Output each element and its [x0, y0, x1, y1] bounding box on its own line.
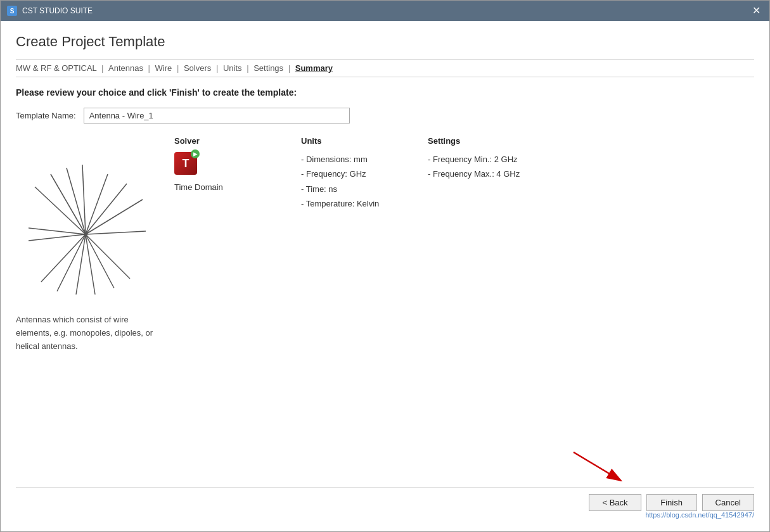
- main-content: Antennas which consist of wire elements,…: [16, 136, 754, 353]
- button-row: < Back Finish Cancel: [16, 494, 754, 511]
- svg-line-5: [86, 174, 108, 234]
- breadcrumb-item-summary[interactable]: Summary: [295, 63, 333, 73]
- solver-label: Time Domain: [174, 182, 223, 192]
- svg-line-2: [51, 174, 86, 234]
- svg-line-13: [86, 234, 130, 279]
- breadcrumb-item-units[interactable]: Units: [223, 63, 242, 73]
- solver-icon: T ▶: [174, 152, 197, 175]
- svg-line-16: [86, 231, 146, 234]
- breadcrumb-sep-5: |: [247, 63, 251, 73]
- setting-item-1: - Frequency Max.: 4 GHz: [428, 167, 529, 181]
- solver-icon-area: T ▶ Time Domain: [174, 152, 276, 192]
- template-name-input[interactable]: [84, 108, 350, 124]
- breadcrumb-sep-4: |: [216, 63, 221, 73]
- breadcrumb-sep-1: |: [101, 63, 106, 73]
- breadcrumb: MW & RF & OPTICAL | Antennas | Wire | So…: [16, 59, 754, 77]
- svg-line-6: [86, 184, 127, 234]
- units-column: Units - Dimensions: mm - Frequency: GHz …: [301, 136, 402, 353]
- units-title: Units: [301, 136, 402, 146]
- separator: [16, 487, 754, 488]
- unit-item-3: - Temperature: Kelvin: [301, 196, 402, 211]
- breadcrumb-sep-2: |: [148, 63, 153, 73]
- antenna-svg: [16, 136, 149, 307]
- review-heading: Please review your choice and click 'Fin…: [16, 87, 754, 98]
- title-bar-left: S CST STUDIO SUITE: [7, 6, 93, 16]
- info-columns: Solver T ▶ Time Domain Units: [174, 136, 754, 353]
- app-icon: S: [7, 6, 17, 16]
- finish-button[interactable]: Finish: [646, 494, 697, 511]
- settings-list: - Frequency Min.: 2 GHz - Frequency Max.…: [428, 152, 529, 182]
- solver-column: Solver T ▶ Time Domain: [174, 136, 276, 353]
- settings-column: Settings - Frequency Min.: 2 GHz - Frequ…: [428, 136, 529, 353]
- description-text: Antennas which consist of wire elements,…: [16, 314, 162, 353]
- title-bar-title: CST STUDIO SUITE: [22, 6, 93, 15]
- svg-line-7: [86, 200, 143, 234]
- arrow-area: [16, 449, 754, 487]
- breadcrumb-item-settings[interactable]: Settings: [253, 63, 283, 73]
- main-window: S CST STUDIO SUITE ✕ Create Project Temp…: [0, 0, 770, 532]
- breadcrumb-item-solvers[interactable]: Solvers: [184, 63, 211, 73]
- svg-line-1: [35, 187, 86, 234]
- units-list: - Dimensions: mm - Frequency: GHz - Time…: [301, 152, 402, 212]
- svg-line-18: [574, 452, 621, 481]
- back-button[interactable]: < Back: [589, 494, 641, 511]
- svg-line-15: [29, 234, 86, 241]
- solver-icon-wrapper: T ▶: [174, 152, 200, 177]
- breadcrumb-item-antennas[interactable]: Antennas: [108, 63, 143, 73]
- content-area: Create Project Template MW & RF & OPTICA…: [1, 21, 769, 531]
- page-title: Create Project Template: [16, 34, 754, 50]
- breadcrumb-item-wire[interactable]: Wire: [155, 63, 172, 73]
- unit-item-0: - Dimensions: mm: [301, 152, 402, 167]
- settings-title: Settings: [428, 136, 529, 146]
- footer-link: https://blog.csdn.net/qq_41542947/: [16, 511, 754, 521]
- breadcrumb-sep-6: |: [288, 63, 293, 73]
- svg-line-14: [29, 228, 86, 234]
- solver-title: Solver: [174, 136, 276, 146]
- unit-item-2: - Time: ns: [301, 182, 402, 196]
- antenna-preview: Antennas which consist of wire elements,…: [16, 136, 162, 353]
- template-name-label: Template Name:: [16, 111, 76, 120]
- red-arrow: [561, 449, 637, 487]
- template-name-row: Template Name:: [16, 108, 754, 124]
- unit-item-1: - Frequency: GHz: [301, 167, 402, 181]
- solver-play-badge: ▶: [191, 149, 200, 158]
- breadcrumb-item-mw[interactable]: MW & RF & OPTICAL: [16, 63, 96, 73]
- spacer: [16, 353, 754, 449]
- cancel-button[interactable]: Cancel: [702, 494, 754, 511]
- breadcrumb-sep-3: |: [177, 63, 181, 73]
- close-button[interactable]: ✕: [750, 4, 763, 17]
- title-bar: S CST STUDIO SUITE ✕: [1, 1, 769, 21]
- setting-item-0: - Frequency Min.: 2 GHz: [428, 152, 529, 167]
